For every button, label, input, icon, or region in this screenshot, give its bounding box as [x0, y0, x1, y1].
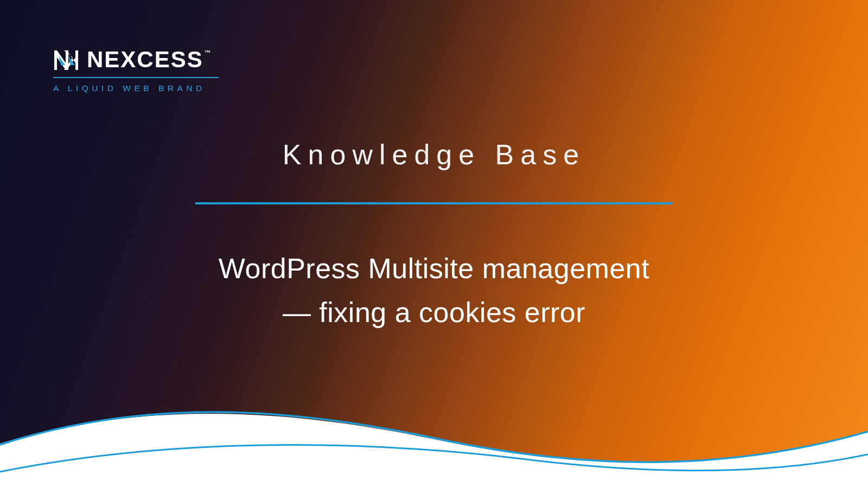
logo-top-row: NEXCESS™: [53, 47, 219, 73]
slide: NEXCESS™ A LIQUID WEB BRAND Knowledge Ba…: [0, 0, 868, 488]
brand-logo: NEXCESS™ A LIQUID WEB BRAND: [53, 47, 219, 93]
category-heading: Knowledge Base: [0, 138, 868, 171]
brand-name: NEXCESS™: [87, 47, 210, 73]
section-divider: [195, 202, 673, 204]
wave-decoration: [0, 380, 868, 488]
title-line-2: — fixing a cookies error: [283, 297, 585, 328]
logo-divider: [53, 77, 219, 78]
brand-tagline: A LIQUID WEB BRAND: [53, 84, 219, 93]
wave-icon: [0, 380, 868, 488]
article-title: WordPress Multisite management — fixing …: [0, 247, 868, 334]
brand-name-text: NEXCESS: [87, 47, 203, 72]
trademark-symbol: ™: [205, 49, 211, 56]
title-line-1: WordPress Multisite management: [219, 253, 649, 284]
nexcess-mark-icon: [53, 48, 79, 71]
